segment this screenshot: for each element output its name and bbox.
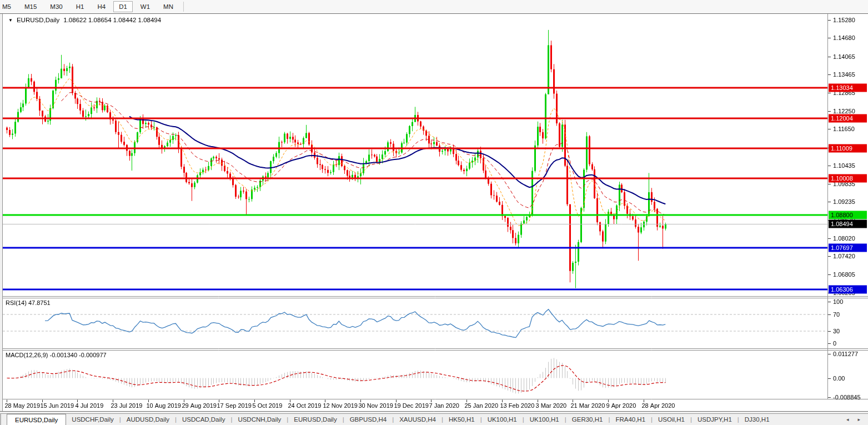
chart-tab-usoil-h1[interactable]: USOil,H1 (653, 414, 690, 425)
tab-scroll-left-icon[interactable]: ◂ (846, 417, 849, 422)
timeframe-button-h1[interactable]: H1 (71, 1, 90, 12)
macd-indicator-label: MACD(12,26,9) -0.001340 -0.000977 (6, 352, 107, 358)
chart-tab-usdcnh-daily[interactable]: USDCNH,Daily (232, 414, 287, 425)
symbol-dropdown-icon[interactable]: ▼ (8, 18, 13, 23)
chart-tab-gbpusd-h4[interactable]: GBPUSD,H4 (344, 414, 392, 425)
chart-tab-audusd-daily[interactable]: AUDUSD,Daily (121, 414, 175, 425)
chart-symbol-label: EURUSD,Daily (17, 17, 59, 23)
chart-ohlc-values: 1.08622 1.08654 1.08442 1.08494 (63, 17, 161, 23)
timeframe-button-m5[interactable]: M5 (0, 1, 17, 12)
chart-tab-uk100-h1[interactable]: UK100,H1 (482, 414, 523, 425)
chart-tab-eurusd-daily[interactable]: EURUSD,Daily (7, 414, 66, 425)
chart-tab-usdchf-daily[interactable]: USDCHF,Daily (66, 414, 119, 425)
toolbar-separator (183, 2, 184, 12)
chart-title: ▼ EURUSD,Daily 1.08622 1.08654 1.08442 1… (8, 17, 161, 23)
timeframe-button-w1[interactable]: W1 (135, 1, 155, 12)
chart-tab-usdjpy-h1[interactable]: USDJPY,H1 (692, 414, 737, 425)
chart-canvas[interactable] (0, 0, 868, 425)
chart-tab-hk50-h1[interactable]: HK50,H1 (443, 414, 480, 425)
chart-tabs-bar: EURUSD,DailyUSDCHF,Daily|AUDUSD,Daily|US… (0, 413, 868, 425)
timeframe-toolbar: M5M15M30H1H4D1W1MN (0, 0, 868, 14)
tab-scroll-right-icon[interactable]: ▸ (857, 417, 860, 422)
chart-tab-eurusd-daily[interactable]: EURUSD,Daily (288, 414, 342, 425)
chart-tab-dj30-h1[interactable]: DJ30,H1 (739, 414, 775, 425)
chart-tab-uk100-h1[interactable]: UK100,H1 (524, 414, 565, 425)
chart-tab-ger30-h1[interactable]: GER30,H1 (566, 414, 609, 425)
timeframe-button-m15[interactable]: M15 (19, 1, 42, 12)
timeframe-button-d1[interactable]: D1 (113, 1, 133, 12)
chart-tab-xauusd-h4[interactable]: XAUUSD,H4 (394, 414, 441, 425)
timeframe-button-h4[interactable]: H4 (92, 1, 111, 12)
timeframe-button-m30[interactable]: M30 (44, 1, 68, 12)
tab-scroll-controls: ◂ ▸ (846, 413, 860, 425)
chart-tab-usdcad-daily[interactable]: USDCAD,Daily (177, 414, 230, 425)
chart-tab-fra40-h1[interactable]: FRA40,H1 (610, 414, 651, 425)
rsi-indicator-label: RSI(14) 47.8751 (6, 299, 51, 306)
timeframe-button-mn[interactable]: MN (158, 1, 179, 12)
